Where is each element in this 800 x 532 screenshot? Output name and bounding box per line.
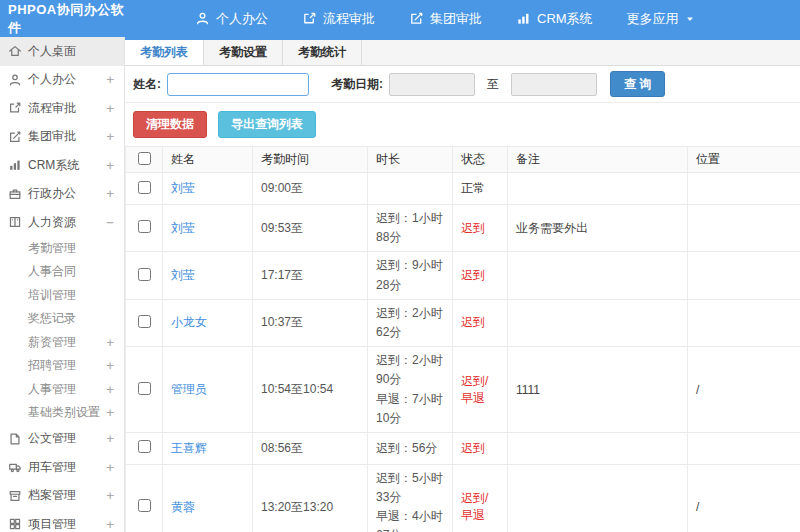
sidebar-item-label: 集团审批: [28, 128, 106, 145]
table-row: 小龙女10:37至迟到：2小时62分迟到: [126, 299, 800, 346]
sidebar-subitem[interactable]: 考勤管理: [0, 237, 124, 261]
location-cell: [688, 252, 800, 299]
row-check-cell: [126, 252, 163, 299]
employee-name-link[interactable]: 小龙女: [171, 315, 207, 329]
nav-item[interactable]: 个人办公: [195, 10, 268, 28]
expand-toggle-icon[interactable]: +: [106, 431, 114, 446]
search-form: 姓名: 考勤日期: 至 查 询: [125, 66, 800, 103]
name-input[interactable]: [167, 73, 309, 96]
select-all-checkbox[interactable]: [138, 152, 151, 165]
expand-toggle-icon[interactable]: +: [106, 358, 114, 373]
sidebar-subitem-label: 人事管理: [28, 381, 106, 398]
doc-icon: [8, 432, 28, 446]
sidebar-item[interactable]: CRM系统+: [0, 151, 124, 180]
employee-name-link[interactable]: 黄蓉: [171, 500, 195, 514]
table-row: 刘莹09:53至迟到：1小时88分迟到业务需要外出: [126, 205, 800, 252]
remark-cell: 1111: [508, 347, 688, 433]
sidebar-item[interactable]: 公文管理+: [0, 425, 124, 454]
expand-toggle-icon[interactable]: +: [106, 186, 114, 201]
sidebar-item[interactable]: 用车管理+: [0, 453, 124, 482]
tab-考勤列表[interactable]: 考勤列表: [125, 40, 204, 65]
employee-name-link[interactable]: 管理员: [171, 382, 207, 396]
tab-考勤设置[interactable]: 考勤设置: [204, 40, 283, 65]
expand-toggle-icon[interactable]: +: [106, 460, 114, 475]
expand-toggle-icon[interactable]: +: [106, 129, 114, 144]
sidebar-subitem[interactable]: 奖惩记录: [0, 307, 124, 331]
table-row: 管理员10:54至10:54迟到：2小时90分 早退：7小时10分迟到/早退11…: [126, 347, 800, 433]
sidebar-item[interactable]: 档案管理+: [0, 482, 124, 511]
row-checkbox[interactable]: [138, 382, 151, 395]
employee-name-link[interactable]: 王喜辉: [171, 441, 207, 455]
time-cell: 10:54至10:54: [253, 347, 368, 433]
name-cell: 王喜辉: [163, 432, 253, 464]
nav-item[interactable]: CRM系统: [516, 10, 593, 28]
nav-item[interactable]: 集团审批: [409, 10, 482, 28]
export-list-button[interactable]: 导出查询列表: [218, 111, 316, 138]
row-check-cell: [126, 299, 163, 346]
date-to-input[interactable]: [511, 73, 597, 96]
sidebar-item[interactable]: 个人桌面: [0, 37, 124, 66]
expand-toggle-icon[interactable]: +: [106, 382, 114, 397]
row-checkbox[interactable]: [138, 181, 151, 194]
sidebar-item-label: CRM系统: [28, 157, 106, 174]
sidebar-subitem[interactable]: 招聘管理+: [0, 354, 124, 378]
expand-toggle-icon[interactable]: +: [106, 405, 114, 420]
employee-name-link[interactable]: 刘莹: [171, 181, 195, 195]
expand-toggle-icon[interactable]: +: [106, 488, 114, 503]
status-cell: 迟到: [453, 299, 508, 346]
expand-toggle-icon[interactable]: +: [106, 335, 114, 350]
select-all-cell: [126, 147, 163, 173]
sidebar-item[interactable]: 个人办公+: [0, 66, 124, 95]
nav-item-label: 流程审批: [323, 10, 375, 28]
sidebar-item-label: 行政办公: [28, 185, 106, 202]
nav-item[interactable]: 更多应用: [627, 10, 695, 28]
name-cell: 黄蓉: [163, 464, 253, 532]
location-cell: [688, 205, 800, 252]
sidebar-subitem[interactable]: 人事合同: [0, 260, 124, 284]
expand-toggle-icon[interactable]: +: [106, 517, 114, 532]
name-cell: 刘莹: [163, 205, 253, 252]
sidebar-item-label: 人力资源: [28, 214, 106, 231]
sidebar-subitem[interactable]: 基础类别设置+: [0, 401, 124, 425]
sidebar-item-label: 档案管理: [28, 487, 106, 504]
column-header: 状态: [453, 147, 508, 173]
sidebar-item-label: 个人桌面: [28, 43, 114, 60]
time-cell: 09:53至: [253, 205, 368, 252]
archive-icon: [8, 489, 28, 503]
nav-item-label: 个人办公: [216, 10, 268, 28]
table-row: 黄蓉13:20至13:20迟到：5小时33分 早退：4小时67分迟到/早退/: [126, 464, 800, 532]
to-label: 至: [487, 76, 499, 93]
name-cell: 管理员: [163, 347, 253, 433]
employee-name-link[interactable]: 刘莹: [171, 221, 195, 235]
sidebar-subitem[interactable]: 培训管理: [0, 284, 124, 308]
action-buttons: 清理数据 导出查询列表: [125, 103, 800, 146]
sidebar-item[interactable]: 项目管理+: [0, 510, 124, 532]
expand-toggle-icon[interactable]: +: [106, 72, 114, 87]
duration-cell: 迟到：2小时90分 早退：7小时10分: [368, 347, 453, 433]
expand-toggle-icon[interactable]: −: [106, 215, 114, 230]
sidebar-item[interactable]: 人力资源−: [0, 208, 124, 237]
query-button[interactable]: 查 询: [610, 71, 665, 97]
row-checkbox[interactable]: [138, 220, 151, 233]
sidebar-subitem[interactable]: 薪资管理+: [0, 331, 124, 355]
sidebar-item[interactable]: 行政办公+: [0, 180, 124, 209]
row-checkbox[interactable]: [138, 499, 151, 512]
remark-cell: [508, 299, 688, 346]
tab-考勤统计[interactable]: 考勤统计: [283, 40, 362, 65]
expand-toggle-icon[interactable]: +: [106, 158, 114, 173]
row-checkbox[interactable]: [138, 315, 151, 328]
sidebar-subitem[interactable]: 人事管理+: [0, 378, 124, 402]
expand-toggle-icon[interactable]: +: [106, 101, 114, 116]
clean-data-button[interactable]: 清理数据: [133, 111, 207, 138]
name-cell: 小龙女: [163, 299, 253, 346]
duration-cell: 迟到：1小时88分: [368, 205, 453, 252]
row-checkbox[interactable]: [138, 268, 151, 281]
employee-name-link[interactable]: 刘莹: [171, 268, 195, 282]
duration-cell: 迟到：9小时28分: [368, 252, 453, 299]
nav-item[interactable]: 流程审批: [302, 10, 375, 28]
column-header: 姓名: [163, 147, 253, 173]
date-from-input[interactable]: [389, 73, 475, 96]
sidebar-item[interactable]: 集团审批+: [0, 123, 124, 152]
row-checkbox[interactable]: [138, 440, 151, 453]
sidebar-item[interactable]: 流程审批+: [0, 94, 124, 123]
